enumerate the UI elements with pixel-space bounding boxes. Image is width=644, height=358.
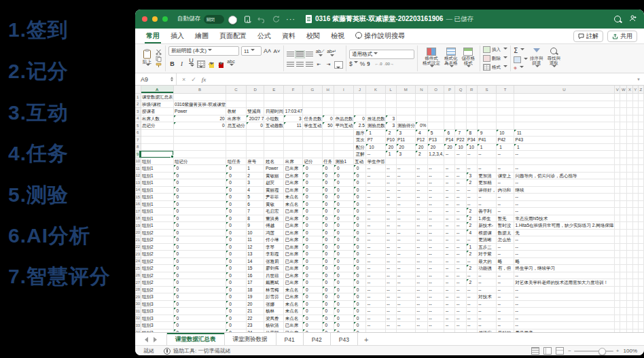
cell-P26[interactable]: -- xyxy=(444,272,455,279)
cell-J31[interactable]: 0 xyxy=(353,308,366,315)
cancel-entry-icon[interactable]: × xyxy=(182,76,185,83)
row-header-4[interactable]: 4 xyxy=(135,115,141,122)
cell-S25[interactable]: 功能强 xyxy=(477,265,497,272)
cell-Z4[interactable] xyxy=(638,115,643,122)
cell-C27[interactable]: 0 xyxy=(226,279,247,287)
cell-P23[interactable]: -- xyxy=(444,251,455,258)
cell-D28[interactable]: 18 xyxy=(246,286,264,293)
cell-N7[interactable]: P12 xyxy=(416,137,428,144)
cell-P32[interactable]: -- xyxy=(444,315,455,322)
cell-T30[interactable]: -- xyxy=(497,300,514,308)
cell-T20[interactable]: 数据太 xyxy=(497,229,514,236)
sheet-tab-P43[interactable]: P43 xyxy=(331,333,358,346)
cell-S18[interactable]: 1.师生 xyxy=(477,215,497,222)
comments-button[interactable]: 註解 xyxy=(573,31,603,42)
cell-Q12[interactable]: -- xyxy=(455,172,466,179)
cell-C14[interactable]: 0 xyxy=(226,186,247,194)
cell-A9[interactable] xyxy=(141,151,173,158)
cell-S15[interactable]: -- xyxy=(477,194,497,201)
cell-X13[interactable] xyxy=(627,179,632,187)
cell-S24[interactable]: 最大的 xyxy=(477,257,497,265)
cell-V3[interactable] xyxy=(615,108,620,115)
cell-D14[interactable]: 4 xyxy=(246,186,264,194)
cell-I22[interactable]: 0 xyxy=(334,243,354,251)
cell-B27[interactable]: 0 xyxy=(173,279,226,287)
cell-K3[interactable] xyxy=(366,108,386,115)
column-header-J[interactable]: J xyxy=(353,86,366,94)
cell-I29[interactable]: 0 xyxy=(334,293,354,301)
merge-center-button[interactable] xyxy=(334,61,343,69)
cell-U7[interactable]: P43 xyxy=(514,137,614,144)
cell-C26[interactable]: 0 xyxy=(226,272,247,279)
cell-W13[interactable] xyxy=(620,179,627,187)
cell-Z2[interactable] xyxy=(638,101,643,108)
column-header-Z[interactable]: Z xyxy=(638,86,643,94)
cell-S33[interactable]: -- xyxy=(477,322,497,329)
cell-Y33[interactable] xyxy=(632,322,638,329)
align-bottom-icon[interactable] xyxy=(306,52,313,57)
cell-C6[interactable] xyxy=(226,129,247,137)
cell-N31[interactable]: -- xyxy=(416,308,428,315)
cell-G2[interactable] xyxy=(303,101,323,108)
cell-R32[interactable]: -- xyxy=(466,315,477,322)
cell-M1[interactable] xyxy=(396,94,416,101)
cell-S2[interactable] xyxy=(477,101,497,108)
row-header-19[interactable]: 19 xyxy=(135,222,141,230)
cell-I9[interactable] xyxy=(334,151,354,158)
cell-G13[interactable]: 0 xyxy=(303,179,323,187)
cell-N12[interactable]: -- xyxy=(416,172,428,179)
cell-V24[interactable] xyxy=(615,257,620,265)
cell-U23[interactable]: -- xyxy=(514,251,614,258)
cell-R24[interactable]: -- xyxy=(466,257,477,265)
cell-T16[interactable]: -- xyxy=(497,200,514,208)
cell-V20[interactable] xyxy=(615,229,620,236)
cell-M17[interactable]: -- xyxy=(396,208,416,215)
cell-D27[interactable]: 17 xyxy=(246,279,264,287)
cell-V8[interactable] xyxy=(615,143,620,151)
row-header-15[interactable]: 15 xyxy=(135,194,141,201)
cell-Q2[interactable] xyxy=(455,101,466,108)
cell-I11[interactable]: 0 xyxy=(334,165,354,173)
cell-U12[interactable]: 问题导向，切片问诊，悉心指导 xyxy=(514,172,614,179)
cell-V32[interactable] xyxy=(615,315,620,322)
cell-T24[interactable]: 略 xyxy=(497,257,514,265)
cell-E14[interactable]: 黄丽霞 xyxy=(264,186,284,194)
cell-E9[interactable] xyxy=(264,151,284,158)
row-header-25[interactable]: 25 xyxy=(135,265,141,272)
cell-F21[interactable]: 已出席 xyxy=(284,236,303,244)
cell-O7[interactable]: P13 xyxy=(427,137,444,144)
cell-W27[interactable] xyxy=(620,279,627,287)
cell-D13[interactable]: 3 xyxy=(246,179,264,187)
cell-X30[interactable] xyxy=(627,300,632,308)
cell-A10[interactable]: 组别 xyxy=(141,158,173,165)
cell-E3[interactable]: 日期时间 xyxy=(264,108,284,115)
cell-O21[interactable]: -- xyxy=(427,236,444,244)
cell-V4[interactable] xyxy=(615,115,620,122)
cell-W1[interactable] xyxy=(620,94,627,101)
cell-S29[interactable]: 对技术 xyxy=(477,293,497,301)
cell-O2[interactable] xyxy=(427,101,444,108)
cell-X17[interactable] xyxy=(627,208,632,215)
cell-H8[interactable] xyxy=(322,143,334,151)
row-header-13[interactable]: 13 xyxy=(135,179,141,187)
cell-F6[interactable] xyxy=(284,129,303,137)
cell-K28[interactable]: -- xyxy=(366,286,386,293)
cell-L30[interactable]: -- xyxy=(385,300,396,308)
cell-X4[interactable] xyxy=(627,115,632,122)
cell-F22[interactable]: 已出席 xyxy=(284,243,303,251)
cell-F32[interactable]: 未点名 xyxy=(284,315,303,322)
cell-U22[interactable]: -- xyxy=(514,243,614,251)
cell-Z10[interactable] xyxy=(638,158,643,165)
row-header-27[interactable]: 27 xyxy=(135,279,141,287)
sheet-tab-课堂测验数据[interactable]: 课堂测验数据 xyxy=(225,333,276,346)
cell-U21[interactable]: -- xyxy=(514,236,614,244)
cell-X23[interactable] xyxy=(627,251,632,258)
cell-K19[interactable]: -- xyxy=(366,222,386,230)
cell-V6[interactable] xyxy=(615,129,620,137)
cell-R1[interactable] xyxy=(466,94,477,101)
cell-N5[interactable]: 0% xyxy=(416,122,428,130)
cell-B7[interactable] xyxy=(173,137,226,144)
cell-B19[interactable]: 0 xyxy=(173,222,226,230)
underline-button[interactable]: U xyxy=(187,57,195,71)
row-header-26[interactable]: 26 xyxy=(135,272,141,279)
